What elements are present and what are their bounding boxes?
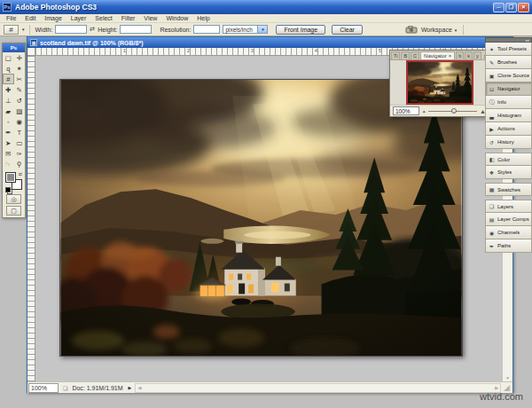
tool-magic-wand[interactable]: ✶ <box>14 63 26 74</box>
tool-slice[interactable]: ✂ <box>14 74 26 84</box>
workspace-button[interactable]: Workspace ▼ <box>421 27 458 33</box>
dock-item-clone-source[interactable]: ▣ Clone Source <box>485 69 532 82</box>
tool-eyedropper[interactable]: ✑ <box>14 148 26 159</box>
clear-button[interactable]: Clear <box>332 25 363 35</box>
tool-pen[interactable]: ✒ <box>3 127 14 137</box>
dock-item-layer-comps[interactable]: ▤ Layer Comps <box>485 213 532 226</box>
go-to-bridge-icon[interactable] <box>405 26 418 34</box>
zoom-level-field[interactable]: 100% <box>28 383 59 393</box>
tool-icon: ↺ <box>17 97 22 105</box>
navigator-preview[interactable] <box>390 60 489 105</box>
collapsed-panel-tab[interactable]: Ti <box>391 51 400 59</box>
collapsed-panel-tab[interactable]: k <box>465 51 473 59</box>
zoom-out-icon[interactable]: ▲ <box>422 109 426 114</box>
close-button[interactable]: ✕ <box>518 3 529 12</box>
tool-brush[interactable]: ✎ <box>14 84 26 95</box>
horizontal-scrollbar[interactable]: ◀ ▶ <box>135 383 501 393</box>
tool-notes[interactable]: ✉ <box>3 148 14 159</box>
screen-mode-button[interactable]: ▢ <box>6 206 21 216</box>
dock-item-icon: ◧ <box>488 156 496 162</box>
dock-item-histogram[interactable]: ▃ Histogram <box>485 109 532 122</box>
menu-bar: FileEditImageLayerSelectFilterViewWindow… <box>0 14 532 23</box>
dock-item-history[interactable]: ↺ History <box>485 136 532 149</box>
menu-view[interactable]: View <box>139 15 161 21</box>
tool-rectangular-marquee[interactable]: ▢ <box>3 52 14 63</box>
minimize-button[interactable]: ─ <box>493 3 505 12</box>
collapsed-panel-tab[interactable]: b <box>456 51 464 59</box>
collapsed-panel-tab[interactable]: C <box>411 51 419 59</box>
menu-window[interactable]: Window <box>161 15 192 21</box>
dock-item-navigator[interactable]: ⊡ Navigator <box>485 82 532 96</box>
tool-path-selection[interactable]: ➤ <box>3 137 14 148</box>
tool-gradient[interactable]: ▨ <box>14 106 26 116</box>
tool-spot-healing-brush[interactable]: ✚ <box>3 84 14 95</box>
front-image-button[interactable]: Front Image <box>276 25 325 35</box>
tool-history-brush[interactable]: ↺ <box>14 95 26 106</box>
panel-close-icon[interactable]: × <box>449 53 452 59</box>
toolbox-header[interactable]: Ps <box>3 43 25 52</box>
tool-icon: ✉ <box>5 150 11 158</box>
collapsed-panel-tab[interactable]: B <box>401 51 410 59</box>
menu-edit[interactable]: Edit <box>20 15 40 21</box>
default-colors-icon[interactable] <box>5 187 12 192</box>
tool-preset-dropdown-icon[interactable]: ▼ <box>21 27 25 32</box>
dock-item-swatches[interactable]: ▦ Swatches <box>485 183 532 196</box>
document-icon: ▦ <box>30 39 37 46</box>
width-input[interactable] <box>55 25 87 34</box>
app-title: Adobe Photoshop CS3 <box>15 3 97 12</box>
combo-dropdown-icon[interactable]: ▼ <box>258 25 268 34</box>
dock-item-tool-presets[interactable]: ✶ Tool Presets <box>485 43 532 56</box>
dock-item-info[interactable]: ⓘ Info <box>485 96 532 109</box>
dock-item-channels[interactable]: ◉ Channels <box>485 226 532 239</box>
dock-item-label: Histogram <box>497 113 521 118</box>
quick-mask-button[interactable]: ◎ <box>6 194 21 204</box>
menu-select[interactable]: Select <box>90 15 116 21</box>
tool-dodge[interactable]: ◉ <box>14 116 26 127</box>
swap-colors-icon[interactable]: ⇄ <box>19 171 22 177</box>
navigator-view-box[interactable] <box>406 60 473 105</box>
tool-eraser[interactable]: ▰ <box>3 106 14 116</box>
resolution-input[interactable] <box>193 25 220 34</box>
tool-icon: ➤ <box>5 139 11 147</box>
resolution-unit-select[interactable]: pixels/inch ▼ <box>223 25 268 34</box>
dock-item-layers[interactable]: ❏ Layers <box>485 200 532 213</box>
tool-blur[interactable]: ◦ <box>3 116 14 127</box>
scotland-dawn-photo[interactable] <box>59 79 463 357</box>
navigator-tab[interactable]: Navigator × <box>420 51 455 59</box>
tool-move[interactable]: ✛ <box>14 52 26 63</box>
dock-item-icon: ❏ <box>488 203 496 209</box>
dock-item-icon: ▦ <box>488 186 496 192</box>
crop-tool-icon[interactable]: # <box>4 25 19 35</box>
status-flyout-icon[interactable]: ▶ <box>129 385 132 390</box>
tool-shape[interactable]: ▭ <box>14 137 26 148</box>
navigator-zoom-field[interactable]: 100% <box>393 106 419 115</box>
menu-layer[interactable]: Layer <box>66 15 91 21</box>
tool-type[interactable]: T <box>14 127 26 137</box>
height-input[interactable] <box>120 25 152 34</box>
dock-item-color[interactable]: ◧ Color <box>485 153 532 166</box>
scroll-right-icon[interactable]: ▶ <box>495 385 498 390</box>
menu-image[interactable]: Image <box>40 15 66 21</box>
tool-zoom[interactable]: ⚲ <box>14 159 26 169</box>
foreground-color-swatch[interactable] <box>5 172 16 183</box>
navigator-zoom-slider[interactable] <box>428 107 477 115</box>
tool-hand[interactable]: ☞ <box>3 159 14 169</box>
dock-item-brushes[interactable]: ✎ Brushes <box>485 56 532 69</box>
tool-icon: ɋ <box>6 65 10 73</box>
tool-crop[interactable]: # <box>3 74 14 84</box>
tool-lasso[interactable]: ɋ <box>3 63 14 74</box>
dock-item-styles[interactable]: ❖ Styles <box>485 166 532 179</box>
dock-item-actions[interactable]: ▶ Actions <box>485 122 532 136</box>
document-titlebar[interactable]: ▦ scotland dawn.tif @ 100% (RGB/8*) <box>27 37 512 48</box>
restore-button[interactable]: ❐ <box>505 3 517 12</box>
menu-filter[interactable]: Filter <box>117 15 140 21</box>
menu-file[interactable]: File <box>2 15 20 21</box>
dock-item-paths[interactable]: ✒ Paths <box>485 239 532 253</box>
collapsed-panel-tab[interactable]: y <box>473 51 481 59</box>
tool-clone-stamp[interactable]: ⊥ <box>3 95 14 106</box>
scroll-down-icon[interactable]: ▼ <box>505 375 510 381</box>
menu-help[interactable]: Help <box>192 15 214 21</box>
swap-dimensions-icon[interactable]: ⇄ <box>90 26 95 33</box>
slider-thumb[interactable] <box>451 108 457 114</box>
scroll-left-icon[interactable]: ◀ <box>137 385 141 390</box>
